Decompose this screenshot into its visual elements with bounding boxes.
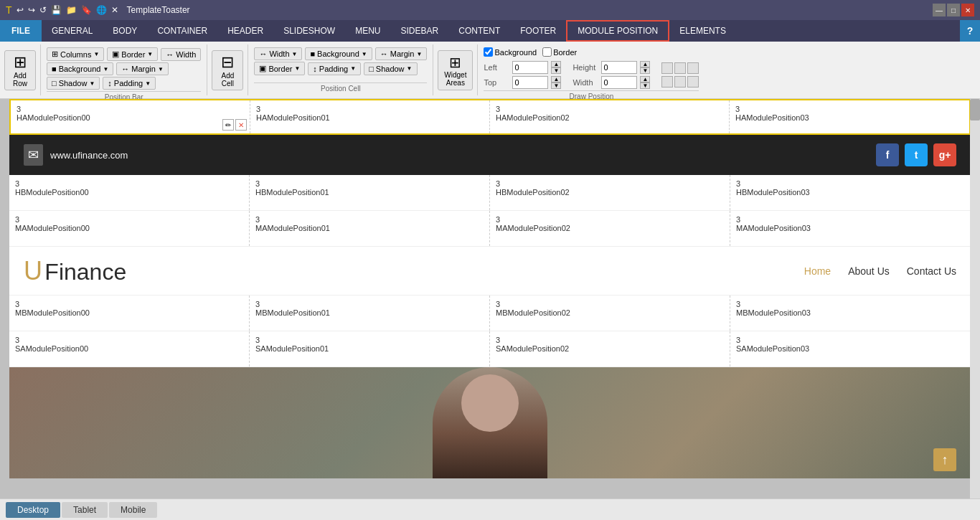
scrollbar[interactable] [970,99,980,498]
menu-item-moduleposition[interactable]: MODULE POSITION [566,20,669,42]
menu-item-general[interactable]: GENERAL [42,20,103,42]
ha-cell-0[interactable]: 3 HAModulePosition00 ✏ ✕ [11,100,250,133]
ha-cell-2[interactable]: 3 HAModulePosition02 [490,100,730,133]
height-down[interactable]: ▼ [640,67,650,74]
mb-cell-2[interactable]: 3 MBModulePosition02 [490,296,730,331]
menu-item-slideshow[interactable]: SLIDESHOW [273,20,345,42]
height-input[interactable] [601,61,637,74]
padding-button-2[interactable]: ↕ Padding ▼ [308,62,361,75]
refresh-icon[interactable]: ↺ [39,5,47,15]
ha-cell-0-edit[interactable]: ✏ [222,119,234,131]
sa-cell-1[interactable]: 3 SAModulePosition01 [250,331,490,367]
nav-link-home[interactable]: Home [804,265,831,277]
sa-cell-2[interactable]: 3 SAModulePosition02 [490,331,730,367]
padding-button-1[interactable]: ↕ Padding ▼ [103,77,156,90]
minimize-button[interactable]: — [933,4,946,16]
add-row-button[interactable]: ⊞ AddRow [4,50,36,90]
margin-button-1[interactable]: ↔ Margin ▼ [116,62,169,75]
save-icon[interactable]: 💾 [51,5,62,15]
left-input[interactable] [512,61,548,74]
nav-link-contact[interactable]: Contact Us [907,265,956,277]
menu-item-container[interactable]: CONTAINER [147,20,217,42]
googleplus-icon[interactable]: g+ [933,143,956,166]
width-down[interactable]: ▼ [640,82,650,89]
align-ml[interactable] [661,76,673,88]
sa-cell-3[interactable]: 3 SAModulePosition03 [730,331,971,367]
width-button-2[interactable]: ↔ Width ▼ [254,47,302,60]
close-icon2[interactable]: ✕ [111,5,118,15]
redo-icon[interactable]: ↪ [28,5,35,15]
maximize-button[interactable]: □ [947,4,960,16]
top-down[interactable]: ▼ [551,82,561,89]
columns-button[interactable]: ⊞ Columns ▼ [47,47,104,61]
add-cell-button[interactable]: ⊟ AddCell [212,50,243,90]
mb-cell-0[interactable]: 3 MBModulePosition00 [9,296,250,331]
menu-item-sidebar[interactable]: SIDEBAR [391,20,449,42]
menu-item-content[interactable]: CONTENT [448,20,510,42]
ha-cell-1[interactable]: 3 HAModulePosition01 [250,100,490,133]
hb-cell-1[interactable]: 3 HBModulePosition01 [250,175,490,210]
scrollbar-thumb[interactable] [970,99,980,120]
left-spinner[interactable]: ▲ ▼ [551,61,561,74]
ha-cell-0-delete[interactable]: ✕ [235,119,247,131]
undo-icon[interactable]: ↩ [17,5,24,15]
menu-item-file[interactable]: FILE [0,20,42,42]
sa-cell-0[interactable]: 3 SAModulePosition00 [9,331,250,367]
align-mc[interactable] [674,76,686,88]
hb-cell-0[interactable]: 3 HBModulePosition00 [9,175,250,210]
background-button-2[interactable]: ■ Background ▼ [305,47,372,60]
scroll-up-button[interactable]: ↑ [933,448,956,471]
menu-item-footer[interactable]: FOOTER [510,20,566,42]
close-button[interactable]: ✕ [961,4,974,16]
mb-cell-1[interactable]: 3 MBModulePosition01 [250,296,490,331]
ma-cell-0[interactable]: 3 MAModulePosition00 [9,211,250,246]
hb-cell-3[interactable]: 3 HBModulePosition03 [730,175,971,210]
width-button-1[interactable]: ↔ Width [161,48,201,61]
height-up[interactable]: ▲ [640,61,650,67]
mb-cell-3[interactable]: 3 MBModulePosition03 [730,296,971,331]
menu-item-elements[interactable]: ELEMENTS [669,20,736,42]
menu-item-menu[interactable]: MENU [345,20,390,42]
ha-cell-3[interactable]: 3 HAModulePosition03 [730,100,969,133]
help-button[interactable]: ? [960,20,980,42]
ma-cell-2[interactable]: 3 MAModulePosition02 [490,211,730,246]
bookmark-icon[interactable]: 🔖 [81,5,92,15]
width-spinner[interactable]: ▲ ▼ [640,76,650,89]
align-tr[interactable] [687,62,699,74]
ma-cell-3[interactable]: 3 MAModulePosition03 [730,211,971,246]
ma-cell-1[interactable]: 3 MAModulePosition01 [250,211,490,246]
top-spinner[interactable]: ▲ ▼ [551,76,561,89]
shadow-button-2[interactable]: □ Shadow ▼ [364,62,417,75]
menu-item-header[interactable]: HEADER [217,20,273,42]
left-up[interactable]: ▲ [551,61,561,67]
border-checkbox-label[interactable]: Border [542,47,577,57]
shadow-button-1[interactable]: □ Shadow ▼ [47,77,100,90]
open-icon[interactable]: 📁 [66,5,77,15]
border-button-2[interactable]: ▣ Border ▼ [254,62,305,75]
menu-item-body[interactable]: BODY [103,20,147,42]
desktop-tab[interactable]: Desktop [6,502,60,518]
border-button-1[interactable]: ▣ Border ▼ [107,47,158,61]
web-icon[interactable]: 🌐 [96,5,107,15]
align-mr[interactable] [687,76,699,88]
top-up[interactable]: ▲ [551,76,561,82]
width-input[interactable] [601,76,637,89]
facebook-icon[interactable]: f [876,143,899,166]
left-down[interactable]: ▼ [551,67,561,74]
twitter-icon[interactable]: t [905,143,928,166]
hb-cell-2[interactable]: 3 HBModulePosition02 [490,175,730,210]
background-checkbox[interactable] [484,47,493,57]
widget-areas-button[interactable]: ⊞ WidgetAreas [438,50,473,90]
top-input[interactable] [512,76,548,89]
align-tc[interactable] [674,62,686,74]
height-spinner[interactable]: ▲ ▼ [640,61,650,74]
width-up[interactable]: ▲ [640,76,650,82]
tablet-tab[interactable]: Tablet [62,502,108,518]
border-checkbox[interactable] [542,47,552,57]
background-checkbox-label[interactable]: Background [484,47,537,57]
background-button-1[interactable]: ■ Background ▼ [47,62,113,75]
margin-button-2[interactable]: ↔ Margin ▼ [375,47,428,60]
align-tl[interactable] [661,62,673,74]
mobile-tab[interactable]: Mobile [109,502,157,518]
nav-link-about[interactable]: About Us [848,265,890,277]
